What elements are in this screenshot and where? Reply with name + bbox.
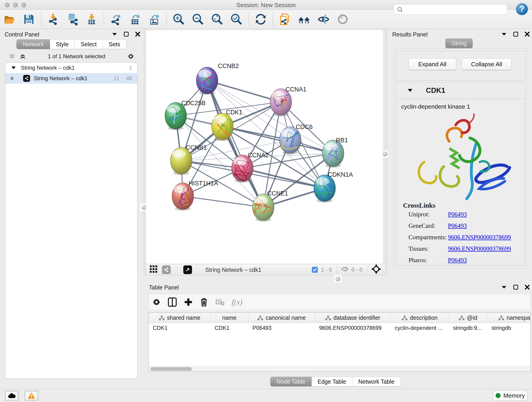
panel-menu-icon[interactable] xyxy=(501,32,507,36)
table-body: CDK1CDK1P064939606.ENSP00000378699cyclin… xyxy=(149,323,530,333)
network-edge[interactable] xyxy=(207,80,281,102)
show-columns-icon[interactable] xyxy=(168,298,177,307)
refresh-icon[interactable] xyxy=(254,13,267,26)
edge-count: 48 xyxy=(126,75,132,82)
network-edge[interactable] xyxy=(222,127,333,153)
detach-view-icon[interactable] xyxy=(183,265,192,274)
crosslink-link[interactable]: P06493 xyxy=(448,211,467,218)
tab-network-table[interactable]: Network Table xyxy=(352,377,401,386)
network-node-rb1[interactable]: RB1 xyxy=(322,137,348,168)
float-panel-icon[interactable] xyxy=(124,32,129,37)
gene-section-header[interactable]: CDK1 xyxy=(396,83,525,99)
export-table-icon[interactable] xyxy=(129,13,142,26)
export-network-icon[interactable] xyxy=(109,13,122,26)
zoom-selected-icon[interactable] xyxy=(230,13,243,26)
crosslink-label: GeneCard: xyxy=(409,222,448,230)
tab-sets[interactable]: Sets xyxy=(103,39,127,49)
expand-all-icon[interactable] xyxy=(20,54,26,59)
warning-button[interactable] xyxy=(25,391,38,400)
memory-button[interactable]: Memory xyxy=(493,390,527,401)
crosslink-label: Uniprot: xyxy=(409,211,448,218)
results-panel-title: Results Panel xyxy=(392,31,428,38)
delete-column-icon[interactable] xyxy=(200,298,208,307)
column-header-shared-name[interactable]: shared name xyxy=(149,313,210,323)
network-collection-row[interactable]: String Network – cdk1 1 xyxy=(5,63,137,73)
collapse-all-icon[interactable] xyxy=(9,54,15,59)
panel-menu-icon[interactable] xyxy=(501,285,507,289)
collapse-all-button[interactable]: Collapse All xyxy=(462,58,512,70)
network-canvas[interactable]: CCNB2CCNA1CDC25BCDK1CDC6RB1CCNB1CCNA2CDK… xyxy=(146,30,383,264)
network-node-hist1h1a[interactable]: HIST1H1A xyxy=(172,180,218,211)
network-row-selected[interactable]: String Network – cdk1 11 48 xyxy=(5,73,137,84)
tab-edge-table[interactable]: Edge Table xyxy=(312,377,352,386)
expand-all-button[interactable]: Expand All xyxy=(409,58,456,70)
search-input[interactable] xyxy=(394,4,507,15)
hidden-eye-icon[interactable] xyxy=(341,266,349,274)
import-network-file-icon[interactable] xyxy=(47,13,60,26)
tab-style[interactable]: Style xyxy=(50,39,75,49)
network-edge[interactable] xyxy=(183,196,263,207)
string-view-icon[interactable] xyxy=(162,265,171,274)
crosslink-link[interactable]: 9606.ENSP00000378699 xyxy=(448,245,511,252)
gear-icon[interactable] xyxy=(127,53,134,60)
close-panel-icon[interactable] xyxy=(135,32,140,37)
network-node-cdkn1a[interactable]: CDKN1A xyxy=(314,171,353,203)
tab-node-table[interactable]: Node Table xyxy=(270,377,312,386)
column-header-description[interactable]: description xyxy=(391,313,449,323)
zoom-in-icon[interactable] xyxy=(172,13,185,26)
hide-graphics-icon[interactable] xyxy=(317,13,330,26)
column-header--id[interactable]: @id xyxy=(449,313,487,323)
zoom-fit-icon[interactable] xyxy=(211,13,224,26)
add-column-icon[interactable] xyxy=(184,298,193,306)
horizontal-splitter-handle[interactable] xyxy=(334,275,342,283)
tree-expander-icon[interactable] xyxy=(11,66,16,70)
cloud-button[interactable] xyxy=(5,391,18,400)
grid-view-icon[interactable] xyxy=(150,265,157,274)
sphere-icon[interactable] xyxy=(336,13,349,26)
network-node-cdc6[interactable]: CDC6 xyxy=(279,123,313,154)
crosslink-row: Compartments:9606.ENSP00000378699 xyxy=(409,234,511,241)
column-header-canonical-name[interactable]: canonical name xyxy=(248,313,315,323)
memory-status-dot xyxy=(496,393,500,398)
tab-string[interactable]: String xyxy=(445,38,473,48)
crosslink-link[interactable]: 9606.ENSP00000378699 xyxy=(448,234,511,241)
section-collapse-icon[interactable] xyxy=(408,89,413,92)
crosslink-link[interactable]: P06493 xyxy=(448,257,467,264)
save-session-icon[interactable] xyxy=(22,13,35,26)
results-button-box: Expand All Collapse All xyxy=(396,51,526,81)
network-node-ccna1[interactable]: CCNA1 xyxy=(270,86,307,116)
scrollbar-thumb[interactable] xyxy=(151,367,192,371)
crosslink-row: Pharos:P06493 xyxy=(409,257,467,264)
birdseye-icon[interactable] xyxy=(371,264,381,275)
open-session-icon[interactable] xyxy=(3,13,16,26)
close-panel-icon[interactable] xyxy=(525,32,530,37)
houses-icon[interactable] xyxy=(298,13,311,26)
import-network-database-icon[interactable] xyxy=(66,13,79,26)
crosslink-row: Tissues:9606.ENSP00000378699 xyxy=(409,245,511,252)
network-edge[interactable] xyxy=(207,80,263,207)
table-horizontal-scrollbar[interactable] xyxy=(149,366,530,371)
node-label: HIST1H1A xyxy=(189,180,218,187)
selected-checkbox[interactable] xyxy=(312,267,318,273)
column-header-namespace[interactable]: namespace xyxy=(487,313,531,323)
table-cell: CDK1 xyxy=(149,323,210,333)
float-panel-icon[interactable] xyxy=(513,285,518,290)
import-table-file-icon[interactable] xyxy=(85,13,98,26)
table-settings-gear-icon[interactable] xyxy=(152,298,161,306)
help-button[interactable]: ? xyxy=(516,3,528,15)
column-header-name[interactable]: name xyxy=(210,313,248,323)
panel-menu-icon[interactable] xyxy=(112,32,117,36)
zoom-out-icon[interactable] xyxy=(191,13,204,26)
crosslink-link[interactable]: P06493 xyxy=(448,222,467,229)
control-panel: Control Panel Network Style Select Sets … xyxy=(0,29,144,389)
column-header-database-identifier[interactable]: database identifier xyxy=(315,313,391,323)
close-panel-icon[interactable] xyxy=(525,285,530,290)
network-list: String Network – cdk1 1 String Network –… xyxy=(5,62,138,379)
tab-select[interactable]: Select xyxy=(75,39,103,49)
export-image-icon[interactable] xyxy=(148,13,161,26)
tab-network[interactable]: Network xyxy=(17,39,50,49)
clone-network-icon[interactable] xyxy=(279,13,291,26)
float-panel-icon[interactable] xyxy=(513,32,518,37)
table-header-row: shared namenamecanonical namedatabase id… xyxy=(149,313,531,323)
table-row[interactable]: CDK1CDK1P064939606.ENSP00000378699cyclin… xyxy=(149,323,531,333)
